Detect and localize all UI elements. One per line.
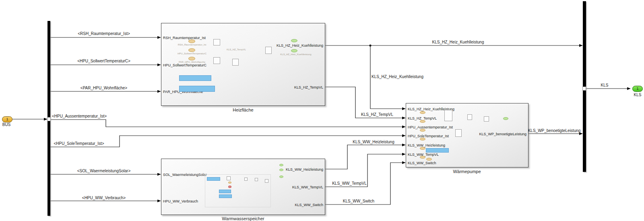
preview-gain-glyph (207, 177, 220, 181)
preview-inport-glyph (420, 129, 425, 132)
signal-label-wp-leistung[interactable]: KLS_WP_benoetigteLeistung (528, 128, 581, 133)
wp-in-ww-heizleistung: KLS_WW_Heizleistung (408, 143, 445, 148)
ww-in-verbrauch: HPU_WW_Verbrauch (163, 199, 198, 204)
preview-block-glyph (484, 116, 489, 122)
preview-gain-glyph (426, 148, 449, 153)
wire-branch-dot (369, 44, 371, 46)
signal-label-hz-kuehlleistung-branch[interactable]: KLS_HZ_Heiz_Kuehlleistung (372, 74, 423, 79)
wire-hpu-aussentemperatur[interactable] (50, 120, 405, 127)
preview-block-glyph (244, 178, 248, 181)
waermepumpe-name: Wärmepumpe (453, 169, 481, 174)
signal-label-aussentemperatur[interactable]: <HPU_Aussentemperatur_Ist> (52, 114, 107, 119)
heizflaeche-name: Heizfläche (233, 107, 253, 112)
preview-outport-glyph (503, 117, 508, 120)
preview-inport-glyph (420, 138, 425, 140)
preview-gain-glyph (179, 75, 211, 81)
outport-kls-number: 1 (636, 87, 638, 91)
preview-block-glyph (227, 176, 231, 180)
preview-label: KLS_HZ_TempVL (227, 48, 246, 51)
signal-label-ww-heizleistung[interactable]: KLS_WW_Heizleistung (353, 140, 394, 145)
preview-block-glyph (444, 110, 452, 121)
wire-kls-ww-heizleistung[interactable] (325, 145, 405, 169)
preview-inport-glyph (420, 111, 425, 114)
preview-gain-glyph (219, 190, 231, 193)
preview-gain-glyph (179, 86, 215, 92)
signal-label-hz-tempvl[interactable]: KLS_HZ_TempVL (361, 112, 393, 117)
subsystem-heizflaeche[interactable]: RSH_Raumtemperatur_Ist HPU_SollwertTempe… (161, 23, 325, 106)
preview-label: RSH_Raumtemperatur_Ist (178, 43, 206, 46)
preview-inport-glyph (426, 158, 432, 161)
signal-label-ww-tempvl[interactable]: KLS_WW_TempVL (332, 181, 367, 186)
preview-gain-glyph (219, 194, 232, 198)
warmwasserspeicher-name: Warmwasserspeicher (222, 216, 264, 221)
preview-block-glyph (213, 39, 220, 45)
preview-block-glyph (255, 178, 258, 181)
ww-out-heizleistung: KLS_WW_Heizleistung (286, 167, 323, 172)
outport-kls-label: KLS (634, 93, 642, 97)
preview-inport-glyph (188, 48, 195, 52)
preview-block-glyph (455, 129, 462, 137)
simulink-diagram: 1 BUS 1 KLS RSH_Raumtemperatur_Ist HPU_S… (0, 0, 644, 221)
preview-inport-glyph (228, 182, 231, 184)
signal-label-ww-switch[interactable]: KLS_WW_Switch (343, 199, 374, 204)
preview-block-glyph (265, 179, 268, 183)
preview-inport-glyph (188, 39, 195, 43)
inport-bus-number: 1 (6, 117, 8, 121)
signal-label-rsh[interactable]: <RSH_Raumtemperatur_Ist> (78, 31, 130, 36)
bus-creator-port-notch (582, 87, 586, 91)
ww-out-switch: KLS_WW_Switch (295, 202, 323, 207)
preview-outport-glyph (279, 164, 283, 166)
preview-block-glyph (232, 59, 239, 66)
preview-constant-glyph (228, 186, 231, 188)
inport-bus[interactable]: 1 (2, 116, 12, 122)
signal-label-verbrauch[interactable]: <HPU_WW_Verbrauch> (82, 196, 126, 200)
preview-outport-glyph (279, 169, 283, 171)
preview-block-glyph (213, 57, 220, 64)
wp-in-soletemperatur: HPU_SoleTemperatur_Ist (408, 134, 449, 138)
wp-in-aussentemperatur: HPU_Aussentemperatur_Ist (408, 125, 453, 130)
preview-inport-glyph (420, 156, 425, 159)
preview-label: HPU_SollwertTemperaturC (178, 52, 206, 55)
preview-label: PAR_HPU_Wohnflaeche (179, 61, 205, 64)
heizflaeche-in-rsh: RSH_Raumtemperatur_Ist (163, 35, 206, 40)
ww-out-tempvl: KLS_WW_TempVL (292, 185, 323, 190)
signal-label-sollwert[interactable]: <HPU_SollwertTemperaturC> (77, 59, 130, 64)
signal-label-solar[interactable]: <SOL_WaermeleistungSolar> (77, 169, 130, 173)
wp-out-benoetigte-leistung: KLS_WP_benoetigteLeistung (479, 132, 526, 136)
bus-selector-port-notch (47, 117, 51, 121)
ww-in-solar: SOL_WaermeleistungSolar (163, 172, 207, 177)
signal-label-kls[interactable]: KLS (601, 83, 609, 88)
signal-label-hz-kuehlleistung-top[interactable]: KLS_HZ_Heiz_Kuehlleistung (432, 40, 484, 45)
preview-outport-glyph (291, 49, 297, 52)
preview-inport-glyph (420, 147, 425, 150)
preview-block-glyph (467, 114, 472, 120)
preview-outport-glyph (279, 176, 283, 178)
signal-label-soletemperatur[interactable]: <HPU_SoleTemperatur_Ist> (54, 141, 104, 146)
inport-bus-label: BUS (2, 122, 11, 127)
preview-block-glyph (265, 47, 272, 54)
preview-inport-glyph (188, 57, 195, 60)
subsystem-waermepumpe[interactable]: KLS_HZ_Heiz_Kuehlleistung KLS_HZ_TempVL … (406, 103, 528, 167)
preview-label: KLS_HZ_Heiz_Kuehlleistung (280, 53, 311, 56)
heizflaeche-out-kuehlleistung: KLS_HZ_Heiz_Kuehlleistung (277, 43, 323, 48)
signal-label-wohnflaeche[interactable]: <PAR_HPU_Wohnfläche> (80, 86, 127, 91)
preview-outport-glyph (291, 39, 297, 42)
subsystem-warmwasserspeicher[interactable]: SOL_WaermeleistungSolar HPU_WW_Verbrauch… (161, 159, 325, 215)
outport-kls[interactable]: 1 (632, 86, 643, 92)
preview-inport-glyph (420, 120, 425, 123)
heizflaeche-out-tempvl: KLS_HZ_TempVL (294, 85, 323, 90)
wp-in-ww-switch: KLS_WW_Switch (408, 161, 436, 165)
